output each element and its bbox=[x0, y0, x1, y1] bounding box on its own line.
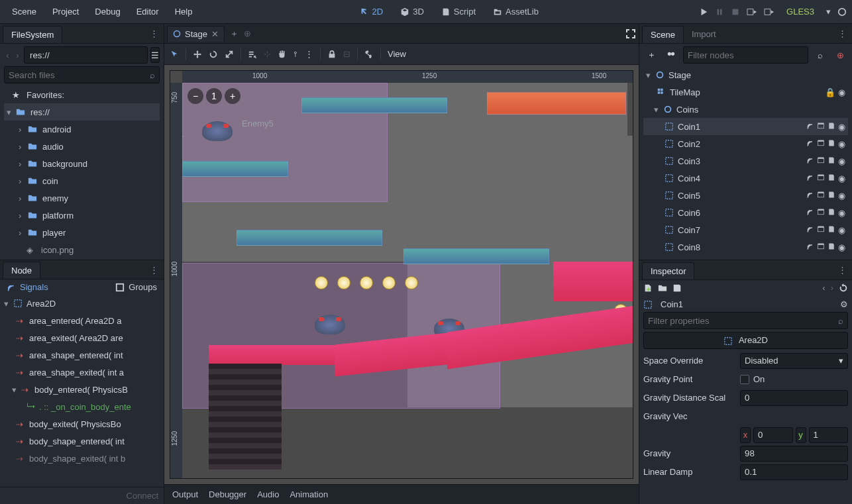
inspector-tab[interactable]: Inspector bbox=[642, 262, 694, 279]
scene-node-coin[interactable]: Coin2◉ bbox=[643, 135, 848, 152]
folder-root[interactable]: ▾ res:// bbox=[4, 103, 160, 121]
add-tab-icon[interactable]: ＋ bbox=[230, 28, 239, 40]
stop-button[interactable] bbox=[731, 7, 740, 17]
visibility-icon[interactable]: ◉ bbox=[838, 225, 845, 235]
snap-disabled-icon[interactable]: ⊹ bbox=[264, 49, 271, 59]
play-scene-button[interactable] bbox=[747, 7, 757, 17]
folder-platform[interactable]: ›platform bbox=[4, 207, 160, 224]
platform-sprite[interactable] bbox=[237, 230, 382, 246]
favorites-row[interactable]: ★ Favorites: bbox=[4, 86, 160, 103]
instance-button[interactable] bbox=[663, 47, 679, 63]
chevron-down-icon[interactable]: ▾ bbox=[826, 7, 831, 17]
script-icon[interactable] bbox=[827, 139, 835, 149]
folder-audio[interactable]: ›audio bbox=[4, 138, 160, 155]
menu-help[interactable]: Help bbox=[168, 3, 199, 21]
list-select-icon[interactable] bbox=[248, 50, 257, 59]
script-icon[interactable] bbox=[827, 156, 835, 166]
select-tool-icon[interactable] bbox=[170, 50, 179, 59]
menu-project[interactable]: Project bbox=[46, 3, 85, 21]
coin-sprite[interactable] bbox=[360, 276, 373, 289]
signal-icon[interactable] bbox=[806, 225, 814, 235]
sliders-icon[interactable]: ⚙ bbox=[840, 299, 848, 309]
path-input[interactable] bbox=[24, 46, 148, 64]
menu-scene[interactable]: Scene bbox=[5, 3, 43, 21]
signal-row[interactable]: ⇢area_shape_entered( int bbox=[0, 346, 164, 364]
panel-menu-icon[interactable]: ⋮ bbox=[835, 26, 849, 41]
signal-row[interactable]: ⇢body_shape_exited( int b bbox=[0, 450, 164, 467]
import-dock-tab[interactable]: Import bbox=[684, 26, 724, 42]
menu-editor[interactable]: Editor bbox=[130, 3, 166, 21]
menu-icon[interactable]: ⋮ bbox=[305, 49, 313, 59]
scale-tool-icon[interactable] bbox=[225, 50, 234, 59]
script-icon[interactable] bbox=[827, 242, 835, 252]
folder-enemy[interactable]: ›enemy bbox=[4, 189, 160, 207]
visibility-icon[interactable]: ◉ bbox=[838, 87, 845, 97]
signal-icon[interactable] bbox=[806, 139, 814, 149]
signals-subtab[interactable]: Signals bbox=[7, 282, 48, 292]
move-tool-icon[interactable] bbox=[193, 50, 202, 59]
signal-icon[interactable] bbox=[806, 156, 814, 166]
signal-row[interactable]: ⇢body_shape_entered( int bbox=[0, 432, 164, 450]
gravity-vec-x-input[interactable] bbox=[753, 427, 793, 443]
bone-icon[interactable] bbox=[364, 50, 374, 59]
folder-android[interactable]: ›android bbox=[4, 121, 160, 138]
signal-connection[interactable]: ⮡. :: _on_coin_body_ente bbox=[0, 398, 164, 415]
scene-dock-tab[interactable]: Scene bbox=[642, 26, 684, 43]
node-tab[interactable]: Node bbox=[3, 262, 40, 279]
add-node-button[interactable]: ＋ bbox=[643, 47, 659, 63]
signal-icon[interactable] bbox=[806, 122, 814, 132]
script-icon[interactable] bbox=[827, 191, 835, 201]
bottom-tab-audio[interactable]: Audio bbox=[257, 489, 279, 499]
load-resource-icon[interactable] bbox=[658, 283, 667, 293]
visibility-icon[interactable]: ◉ bbox=[838, 122, 845, 132]
pause-button[interactable] bbox=[715, 7, 724, 17]
filter-properties-input[interactable] bbox=[648, 316, 838, 326]
scene-icon[interactable] bbox=[817, 156, 825, 166]
workspace-2d[interactable]: 2D bbox=[353, 3, 390, 21]
save-resource-icon[interactable] bbox=[672, 283, 682, 293]
scene-node-tilemap[interactable]: TileMap 🔒◉ bbox=[643, 83, 848, 101]
signal-row[interactable]: ⇢body_exited( PhysicsBo bbox=[0, 415, 164, 432]
enemy-sprite[interactable] bbox=[315, 315, 345, 334]
scene-node-coin[interactable]: Coin1◉ bbox=[643, 118, 848, 135]
menu-debug[interactable]: Debug bbox=[88, 3, 127, 21]
space-override-select[interactable]: Disabled▾ bbox=[740, 353, 848, 369]
history-back-icon[interactable]: ‹ bbox=[822, 283, 825, 293]
gravity-point-checkbox[interactable]: On bbox=[740, 374, 848, 384]
platform-sprite[interactable] bbox=[487, 92, 626, 115]
coin-sprite[interactable] bbox=[382, 276, 396, 289]
scene-node-coin[interactable]: Coin4◉ bbox=[643, 170, 848, 187]
platform-sprite[interactable] bbox=[301, 97, 447, 113]
visibility-icon[interactable]: ◉ bbox=[838, 174, 845, 183]
script-icon[interactable] bbox=[827, 225, 835, 235]
platform-sprite[interactable] bbox=[403, 248, 549, 264]
scene-node-coin[interactable]: Coin8◉ bbox=[643, 238, 848, 256]
search-files-input[interactable] bbox=[9, 70, 150, 80]
signal-row[interactable]: ▾⇢body_entered( PhysicsB bbox=[0, 381, 164, 398]
new-resource-icon[interactable] bbox=[643, 283, 653, 293]
signal-row[interactable]: ⇢area_exited( Area2D are bbox=[0, 329, 164, 346]
file-icon-png[interactable]: ◈icon.png bbox=[4, 241, 160, 257]
bottom-tab-animation[interactable]: Animation bbox=[290, 489, 328, 499]
visibility-icon[interactable]: ◉ bbox=[838, 191, 845, 201]
scene-node-coins[interactable]: ▾ Coins bbox=[643, 101, 848, 118]
bottom-tab-debugger[interactable]: Debugger bbox=[209, 489, 246, 499]
scene-icon[interactable] bbox=[817, 122, 825, 132]
inspector-class[interactable]: Area2D bbox=[643, 332, 848, 349]
coin-sprite[interactable] bbox=[337, 276, 350, 289]
rotate-tool-icon[interactable] bbox=[209, 50, 218, 59]
signal-icon[interactable] bbox=[806, 174, 814, 183]
groups-subtab[interactable]: Groups bbox=[115, 282, 157, 292]
viewport[interactable]: 1000 1250 1500 750 1000 1250 bbox=[170, 70, 633, 479]
scene-node-coin[interactable]: Coin7◉ bbox=[643, 221, 848, 238]
signal-icon[interactable] bbox=[806, 208, 814, 218]
scene-node-coin[interactable]: Coin6◉ bbox=[643, 204, 848, 221]
filter-nodes-input[interactable] bbox=[683, 46, 808, 64]
platform-sprite[interactable] bbox=[182, 161, 288, 177]
workspace-3d[interactable]: 3D bbox=[394, 3, 431, 21]
signal-row[interactable]: ⇢area_entered( Area2D a bbox=[0, 312, 164, 329]
signal-icon[interactable] bbox=[806, 191, 814, 201]
lock-icon[interactable] bbox=[327, 50, 337, 59]
connect-button[interactable]: Connect bbox=[127, 491, 158, 501]
zoom-in-button[interactable]: + bbox=[225, 88, 240, 104]
